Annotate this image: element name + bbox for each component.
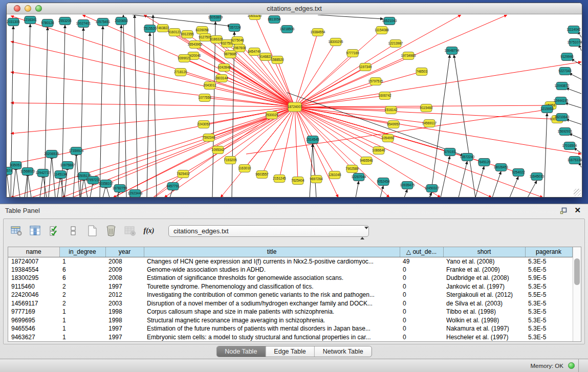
window-titlebar[interactable]: citations_edges.txt (7, 3, 582, 14)
table-cell[interactable]: 0 (400, 316, 443, 325)
column-header-year[interactable]: year (105, 247, 144, 257)
show-column-icon[interactable] (29, 225, 42, 237)
table-cell[interactable]: 9777169 (8, 308, 59, 316)
table-cell[interactable]: 5.3E-5 (525, 333, 572, 342)
tab-node-table[interactable]: Node Table (216, 346, 266, 357)
table-cell[interactable]: Nakamura et al. (1997) (443, 324, 525, 333)
table-cell[interactable]: 5.3E-5 (525, 308, 572, 316)
table-row[interactable]: 2242004622012Investigating the contribut… (8, 291, 572, 299)
table-cell[interactable]: 22420046 (8, 291, 59, 299)
table-scrollbar[interactable] (573, 247, 581, 341)
table-cell[interactable]: 0 (400, 299, 443, 308)
create-table-icon[interactable] (85, 225, 99, 237)
close-window-button[interactable] (14, 5, 20, 12)
table-cell[interactable]: 1997 (105, 282, 144, 291)
table-cell[interactable]: 0 (400, 324, 443, 333)
delete-attribute-icon[interactable] (104, 225, 118, 237)
minimize-window-button[interactable] (25, 5, 31, 12)
table-row[interactable]: 946362711997Embryonic stem cells: a mode… (8, 333, 572, 342)
table-row[interactable]: 911546021997Tourette syndrome. Phenomeno… (8, 282, 572, 291)
table-cell[interactable]: 1998 (105, 308, 144, 316)
column-header-in_degree[interactable]: in_degree (59, 247, 105, 257)
table-cell[interactable]: 1998 (105, 316, 144, 325)
table-cell[interactable]: 1 (59, 324, 105, 333)
table-cell[interactable]: 5.6E-5 (525, 266, 572, 274)
table-cell[interactable]: Disruption of a novel member of a sodium… (144, 299, 400, 308)
table-cell[interactable]: Hescheler et al. (1997) (443, 333, 525, 342)
table-row[interactable]: 977716911998Corpus callosum shape and si… (8, 308, 572, 316)
tab-edge-table[interactable]: Edge Table (266, 346, 314, 357)
table-row[interactable]: 1938455462009Genome-wide association stu… (8, 266, 572, 274)
table-row[interactable]: 969969511998Structural magnetic resonanc… (8, 316, 572, 325)
table-cell[interactable]: Jankovic et al. (1997) (443, 282, 525, 291)
function-builder-icon[interactable]: f(x) (142, 225, 156, 237)
table-cell[interactable]: 2 (59, 299, 105, 308)
table-cell[interactable]: 5.3E-5 (525, 316, 572, 325)
row-height-icon[interactable] (67, 225, 80, 237)
column-header-pagerank[interactable]: pagerank (525, 247, 572, 257)
table-cell[interactable]: Changes of HCN gene expression and I(f) … (144, 257, 400, 266)
table-cell[interactable]: 6 (59, 274, 105, 282)
table-cell[interactable]: 1 (59, 316, 105, 325)
table-cell[interactable]: Embryonic stem cells: a model to study s… (144, 333, 400, 342)
table-cell[interactable]: Estimation of the future numbers of pati… (144, 324, 400, 333)
table-cell[interactable]: 18724007 (8, 257, 59, 266)
table-cell[interactable]: 9699695 (8, 316, 59, 325)
table-cell[interactable]: 2 (59, 282, 105, 291)
table-cell[interactable]: 0 (400, 291, 443, 299)
table-cell[interactable]: 19384554 (8, 266, 59, 274)
table-cell[interactable]: Franke et al. (2009) (443, 266, 525, 274)
close-panel-icon[interactable]: ✕ (574, 206, 581, 215)
select-columns-icon[interactable] (48, 225, 61, 237)
table-cell[interactable]: 1 (59, 257, 105, 266)
table-cell[interactable]: 49 (400, 257, 443, 266)
table-cell[interactable]: 2003 (105, 299, 144, 308)
float-panel-icon[interactable] (560, 207, 568, 216)
table-cell[interactable]: 2008 (105, 274, 144, 282)
table-cell[interactable]: Dudbridge et al. (2008) (443, 274, 525, 282)
table-cell[interactable]: Stergiakouli et al. (2012) (443, 291, 525, 299)
resize-grip[interactable] (574, 189, 581, 196)
table-cell[interactable]: 0 (400, 282, 443, 291)
table-cell[interactable]: Yano et al. (2008) (443, 257, 525, 266)
table-cell[interactable]: 9115460 (8, 282, 59, 291)
table-cell[interactable]: Tourette syndrome. Phenomenology and cla… (144, 282, 400, 291)
table-cell[interactable]: 5.3E-5 (525, 324, 572, 333)
table-cell[interactable]: Structural magnetic resonance image aver… (144, 316, 400, 325)
table-cell[interactable]: 0 (400, 333, 443, 342)
column-header-short[interactable]: short (443, 247, 525, 257)
table-cell[interactable]: 1 (59, 333, 105, 342)
table-cell[interactable]: 0 (400, 274, 443, 282)
table-cell[interactable]: 5.9E-5 (525, 274, 572, 282)
table-row[interactable]: 1872400712008Changes of HCN gene express… (8, 257, 572, 266)
table-cell[interactable]: Investigating the contribution of common… (144, 291, 400, 299)
table-cell[interactable]: Genome-wide association studies in ADHD. (144, 266, 400, 274)
table-selector-combobox[interactable]: citations_edges.txt (168, 225, 369, 237)
column-header-name[interactable]: name (8, 247, 59, 257)
table-cell[interactable]: 1997 (105, 324, 144, 333)
table-cell[interactable]: 1 (59, 308, 105, 316)
table-cell[interactable]: 2012 (105, 291, 144, 299)
table-cell[interactable]: 14569117 (8, 299, 59, 308)
tab-network-table[interactable]: Network Table (315, 346, 372, 357)
table-cell[interactable]: 2 (59, 291, 105, 299)
table-cell[interactable]: 5.3E-5 (525, 282, 572, 291)
table-cell[interactable]: Wolkin et al. (1998) (443, 316, 525, 325)
table-cell[interactable]: de Silva et al. (2003) (443, 299, 525, 308)
table-cell[interactable]: 5.3E-5 (525, 299, 572, 308)
table-row[interactable]: 946554611997Estimation of the future num… (8, 324, 572, 333)
scrollbar-thumb[interactable] (574, 258, 580, 285)
table-row[interactable]: 1456911722003Disruption of a novel membe… (8, 299, 572, 308)
zoom-window-button[interactable] (35, 5, 42, 12)
table-cell[interactable]: 2008 (105, 257, 144, 266)
table-cell[interactable]: 2009 (105, 266, 144, 274)
table-row[interactable]: 1830029562008Estimation of significance … (8, 274, 572, 282)
table-cell[interactable]: 9465546 (8, 324, 59, 333)
table-cell[interactable]: Corpus callosum shape and size in male p… (144, 308, 400, 316)
table-cell[interactable]: 9463627 (8, 333, 59, 342)
table-cell[interactable]: Tibbo et al. (1998) (443, 308, 525, 316)
table-cell[interactable]: 18300295 (8, 274, 59, 282)
network-canvas[interactable]: 7463822916012389123558226058912750516543… (7, 15, 582, 197)
table-cell[interactable]: 0 (400, 308, 443, 316)
column-header-title[interactable]: title (144, 247, 400, 257)
